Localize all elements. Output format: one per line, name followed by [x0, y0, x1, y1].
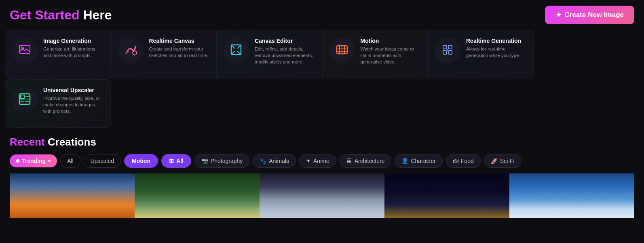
page-title: Get Started Here [10, 8, 112, 23]
feature-card-universal-upscaler[interactable]: Universal Upscaler Improve the quality, … [5, 79, 111, 128]
feature-card-motion[interactable]: Motion Watch your ideas come to life in … [322, 30, 428, 78]
features-grid-row1: Image Generation Generate art, illustrat… [0, 30, 644, 78]
feature-card-realtime-generation[interactable]: Realtime Generation Allows for real-time… [428, 30, 534, 78]
feature-text-image-generation: Image Generation Generate art, illustrat… [43, 38, 104, 59]
food-icon: 🍽 [453, 158, 458, 164]
image-clouds-door [260, 173, 384, 218]
feature-text-realtime-generation: Realtime Generation Allows for real-time… [466, 38, 527, 59]
realtime-generation-icon [440, 42, 455, 59]
feature-icon-wrap [118, 38, 144, 63]
feature-description: Create and transform your sketches into … [149, 46, 210, 59]
image-item-5[interactable] [509, 173, 634, 218]
create-new-image-button[interactable]: ✦ Create New Image [545, 6, 634, 24]
feature-icon-wrap [435, 38, 460, 63]
photography-label: Photography [211, 158, 243, 164]
feature-text-realtime-canvas: Realtime Canvas Create and transform you… [149, 38, 210, 59]
canvas-editor-icon [229, 42, 243, 59]
motion-label: Motion [132, 158, 150, 164]
food-tab[interactable]: 🍽 Food [446, 154, 481, 168]
feature-description: Edit, refine, add details, remove unwant… [255, 46, 315, 65]
recent-highlight: Recent [10, 136, 45, 148]
image-item-1[interactable] [10, 173, 135, 218]
feature-card-realtime-canvas[interactable]: Realtime Canvas Create and transform you… [111, 30, 217, 78]
all2-tab[interactable]: ⊞ All [161, 154, 191, 168]
animals-icon: 🐾 [260, 158, 266, 164]
image-item-3[interactable] [260, 173, 384, 218]
all-tab[interactable]: All [60, 154, 80, 168]
title-highlight: Get Started [10, 8, 79, 22]
scifi-label: Sci-Fi [500, 158, 515, 164]
character-label: Character [411, 158, 435, 164]
svg-rect-13 [448, 51, 452, 54]
feature-title: Realtime Generation [466, 38, 527, 44]
character-tab[interactable]: 👤 Character [395, 154, 442, 168]
motion-tab[interactable]: Motion [124, 154, 158, 168]
feature-description: Generate art, illustrations and more wit… [43, 46, 104, 59]
feature-title: Canvas Editor [255, 38, 315, 44]
chevron-down-icon: ▾ [48, 158, 51, 164]
feature-title: Motion [361, 38, 421, 44]
header: Get Started Here ✦ Create New Image [0, 0, 644, 28]
image-item-2[interactable] [135, 173, 260, 218]
trending-dot [16, 159, 19, 163]
scifi-icon: 🚀 [491, 158, 498, 164]
image-road [135, 173, 260, 218]
svg-rect-12 [443, 51, 447, 54]
image-sky-blue [509, 173, 634, 218]
image-grid [10, 173, 634, 218]
architecture-icon: 🏛 [346, 158, 352, 164]
photography-tab[interactable]: 📷 Photography [194, 154, 249, 168]
image-stars [384, 173, 509, 218]
animals-label: Animals [269, 158, 289, 164]
empty-cell [216, 79, 322, 128]
image-generation-icon [18, 43, 31, 59]
feature-icon-wrap [12, 38, 38, 63]
feature-card-canvas-editor[interactable]: Canvas Editor Edit, refine, add details,… [216, 30, 322, 78]
svg-rect-11 [448, 45, 452, 49]
create-button-label: Create New Image [565, 11, 624, 19]
recent-creations-section: Recent Creations Trending ▾ All Upscaled… [0, 128, 644, 223]
all2-label: All [176, 158, 184, 164]
feature-icon-wrap [12, 87, 38, 113]
upscaler-icon [17, 92, 32, 108]
feature-title: Image Generation [43, 38, 104, 44]
feature-title: Realtime Canvas [149, 38, 210, 44]
empty-cell [322, 79, 428, 128]
realtime-canvas-icon [123, 42, 138, 59]
feature-icon-wrap [329, 38, 355, 63]
features-grid-row2: Universal Upscaler Improve the quality, … [0, 79, 644, 128]
animals-tab[interactable]: 🐾 Animals [253, 154, 296, 168]
grid-icon: ⊞ [169, 158, 174, 164]
svg-point-2 [133, 51, 137, 55]
upscaled-tab[interactable]: Upscaled [84, 154, 121, 168]
trending-label: Trending [22, 158, 46, 164]
food-label: Food [461, 158, 474, 164]
svg-point-14 [447, 49, 448, 51]
filter-tabs: Trending ▾ All Upscaled Motion ⊞ All 📷 P… [10, 154, 634, 168]
image-item-4[interactable] [384, 173, 509, 218]
anime-label: Anime [313, 158, 329, 164]
svg-rect-0 [19, 45, 30, 53]
empty-cell [428, 79, 534, 128]
feature-icon-wrap [223, 38, 249, 63]
motion-icon [335, 42, 349, 59]
feature-text-canvas-editor: Canvas Editor Edit, refine, add details,… [255, 38, 315, 65]
upscaled-label: Upscaled [91, 158, 114, 164]
recent-normal: Creations [45, 136, 96, 148]
anime-icon: ✦ [306, 158, 311, 164]
trending-tab[interactable]: Trending ▾ [10, 154, 57, 167]
feature-description: Allows for real-time generation while yo… [466, 46, 527, 59]
anime-tab[interactable]: ✦ Anime [299, 154, 336, 168]
feature-title: Universal Upscaler [43, 87, 104, 93]
character-icon: 👤 [401, 158, 408, 164]
feature-description: Improve the quality, size, or make chang… [43, 95, 104, 114]
feature-card-image-generation[interactable]: Image Generation Generate art, illustrat… [5, 30, 111, 78]
empty-cell [111, 79, 217, 128]
sparkle-icon: ✦ [555, 11, 562, 19]
architecture-label: Architecture [355, 158, 385, 164]
scifi-tab[interactable]: 🚀 Sci-Fi [484, 154, 522, 168]
feature-text-upscaler: Universal Upscaler Improve the quality, … [43, 87, 104, 114]
architecture-tab[interactable]: 🏛 Architecture [340, 154, 392, 168]
image-clouds-orange [10, 173, 135, 218]
title-normal: Here [79, 8, 112, 22]
